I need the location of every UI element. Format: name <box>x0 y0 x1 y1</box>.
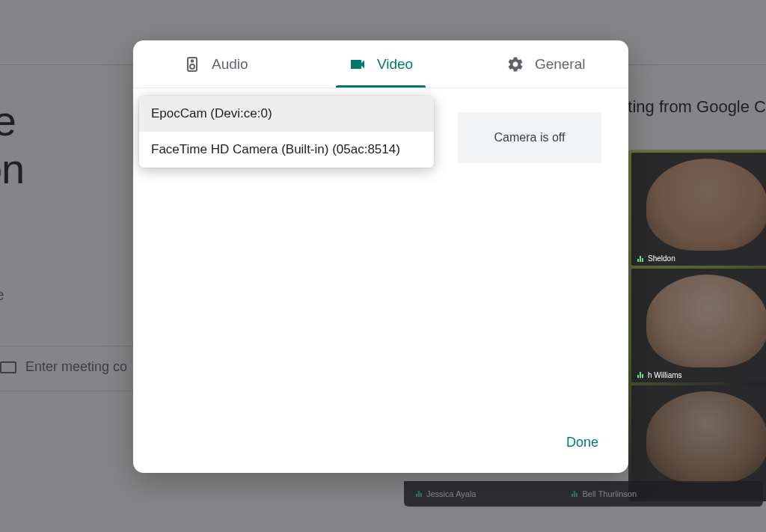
tab-video-label: Video <box>377 56 413 73</box>
camera-off-text: Camera is off <box>494 131 566 144</box>
audio-bars-icon <box>637 256 643 262</box>
tab-video[interactable]: Video <box>298 40 464 88</box>
done-button[interactable]: Done <box>556 429 609 456</box>
videocam-icon <box>349 55 367 73</box>
participant-name: Sheldon <box>648 254 675 263</box>
settings-modal: Audio Video General Camera is off EpocCa… <box>133 40 628 473</box>
camera-dropdown: EpocCam (Devi:ce:0) FaceTime HD Camera (… <box>139 96 434 168</box>
camera-option[interactable]: EpocCam (Devi:ce:0) <box>139 96 434 132</box>
participant-label: Sheldon <box>631 251 681 266</box>
participant-label: h Williams <box>631 368 688 382</box>
tab-general-label: General <box>535 56 586 73</box>
tab-general[interactable]: General <box>463 40 628 88</box>
svg-point-2 <box>192 60 194 62</box>
modal-body: Camera is off EpocCam (Devi:ce:0) FaceTi… <box>133 88 628 420</box>
speaker-icon <box>183 55 201 73</box>
svg-point-1 <box>190 64 194 69</box>
audio-bars-icon <box>637 372 643 378</box>
tab-audio-label: Audio <box>212 56 248 73</box>
participant-label <box>631 492 643 498</box>
camera-option[interactable]: FaceTime HD Camera (Built-in) (05ac:8514… <box>139 132 434 168</box>
camera-preview: Camera is off <box>458 112 601 163</box>
gear-icon <box>506 55 524 73</box>
participant-name: h Williams <box>648 371 682 379</box>
settings-tabs: Audio Video General <box>133 40 628 88</box>
modal-footer: Done <box>133 420 628 473</box>
tab-audio[interactable]: Audio <box>133 40 298 88</box>
